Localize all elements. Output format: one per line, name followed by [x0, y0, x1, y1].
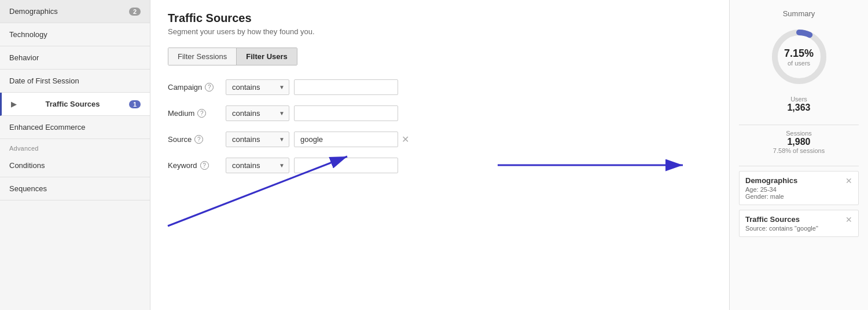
- summary-title: Summary: [739, 9, 859, 18]
- filter-sessions-button[interactable]: Filter Sessions: [168, 48, 237, 65]
- donut-center: 7.15% of users: [784, 48, 814, 67]
- keyword-select-wrapper: containsdoes not containstarts withends …: [226, 158, 289, 173]
- campaign-help-icon[interactable]: ?: [205, 83, 214, 92]
- sidebar-badge: 2: [129, 8, 141, 16]
- form-row-campaign: Campaign?containsdoes not containstarts …: [168, 79, 712, 95]
- keyword-help-icon[interactable]: ?: [200, 161, 209, 170]
- medium-label: Medium?: [168, 109, 226, 118]
- medium-input[interactable]: [294, 105, 398, 121]
- traffic-sources-card-content: Traffic SourcesSource: contains "google": [745, 215, 818, 232]
- sidebar-item-technology[interactable]: Technology: [0, 23, 150, 46]
- sidebar-item-enhanced-ecommerce[interactable]: Enhanced Ecommerce: [0, 116, 150, 139]
- divider-2: [739, 166, 859, 166]
- keyword-select[interactable]: containsdoes not containstarts withends …: [226, 158, 289, 173]
- source-input[interactable]: [294, 132, 398, 147]
- source-select-wrapper: containsdoes not containstarts withends …: [226, 132, 289, 147]
- sidebar-item-label: Behavior: [9, 53, 39, 62]
- campaign-input[interactable]: [294, 79, 398, 95]
- sidebar-item-label: Sequences: [9, 184, 47, 193]
- medium-label-text: Medium: [168, 109, 194, 118]
- sessions-sub: 7.58% of sessions: [739, 147, 859, 154]
- sessions-value: 1,980: [739, 137, 859, 147]
- sidebar-item-label: Date of First Session: [9, 76, 79, 85]
- traffic-sources-card-title: Traffic Sources: [745, 215, 818, 224]
- sidebar-item-label: Traffic Sources: [45, 100, 100, 108]
- demographics-card-title: Demographics: [745, 176, 797, 185]
- traffic-sources-card: Traffic SourcesSource: contains "google"…: [739, 210, 859, 237]
- form-row-keyword: Keyword?containsdoes not containstarts w…: [168, 158, 712, 173]
- sidebar-item-sequences[interactable]: Sequences: [0, 177, 150, 200]
- form-row-medium: Medium?containsdoes not containstarts wi…: [168, 105, 712, 121]
- sessions-label: Sessions: [739, 130, 859, 137]
- medium-select-wrapper: containsdoes not containstarts withends …: [226, 105, 289, 121]
- sidebar-item-traffic-sources[interactable]: ▶Traffic Sources1: [0, 93, 150, 116]
- page-title: Traffic Sources: [168, 12, 712, 25]
- sidebar-item-behavior[interactable]: Behavior: [0, 46, 150, 70]
- demographics-card-detail-1: Gender: male: [745, 193, 797, 200]
- traffic-sources-card-close-button[interactable]: ✕: [845, 215, 852, 224]
- sidebar: Demographics2TechnologyBehaviorDate of F…: [0, 0, 150, 310]
- sidebar-active-indicator: ▶: [11, 100, 16, 108]
- traffic-sources-card-detail-0: Source: contains "google": [745, 225, 818, 232]
- source-label-text: Source: [168, 135, 192, 144]
- summary-panel: Summary 7.15% of users Users 1,363 Sessi…: [729, 0, 868, 310]
- divider-1: [739, 125, 859, 125]
- page-subtitle: Segment your users by how they found you…: [168, 27, 712, 36]
- sidebar-item-label: Technology: [9, 30, 47, 39]
- sidebar-item-label: Conditions: [9, 161, 45, 170]
- campaign-label: Campaign?: [168, 83, 226, 92]
- keyword-label-text: Keyword: [168, 161, 197, 170]
- form-row-source: Source?containsdoes not containstarts wi…: [168, 132, 712, 147]
- users-label: Users: [739, 96, 859, 103]
- sidebar-advanced-label: Advanced: [0, 139, 150, 154]
- users-value: 1,363: [739, 103, 859, 113]
- form-fields: Campaign?containsdoes not containstarts …: [168, 79, 712, 173]
- sessions-stats: Sessions 1,980 7.58% of sessions: [739, 130, 859, 154]
- campaign-label-text: Campaign: [168, 83, 202, 92]
- sidebar-item-conditions[interactable]: Conditions: [0, 154, 150, 177]
- demographics-card-content: DemographicsAge: 25-34Gender: male: [745, 176, 797, 200]
- sidebar-badge: 1: [129, 100, 141, 108]
- sidebar-item-label: Demographics: [9, 7, 58, 16]
- keyword-label: Keyword?: [168, 161, 226, 170]
- source-label: Source?: [168, 135, 226, 144]
- main-content: Traffic Sources Segment your users by ho…: [150, 0, 729, 310]
- demographics-card: DemographicsAge: 25-34Gender: male✕: [739, 171, 859, 205]
- donut-percent: 7.15%: [784, 48, 814, 60]
- source-help-icon[interactable]: ?: [194, 135, 203, 144]
- users-stats: Users 1,363: [739, 96, 859, 113]
- sidebar-item-demographics[interactable]: Demographics2: [0, 0, 150, 23]
- filter-buttons-group: Filter SessionsFilter Users: [168, 48, 297, 65]
- donut-chart: 7.15% of users: [767, 25, 831, 89]
- campaign-select-wrapper: containsdoes not containstarts withends …: [226, 79, 289, 95]
- source-select[interactable]: containsdoes not containstarts withends …: [226, 132, 289, 147]
- medium-select[interactable]: containsdoes not containstarts withends …: [226, 105, 289, 121]
- demographics-card-detail-0: Age: 25-34: [745, 186, 797, 193]
- donut-chart-container: 7.15% of users: [739, 25, 859, 89]
- sidebar-item-date-of-first-session[interactable]: Date of First Session: [0, 70, 150, 93]
- summary-cards: DemographicsAge: 25-34Gender: male✕Traff…: [739, 171, 859, 242]
- medium-help-icon[interactable]: ?: [197, 109, 206, 118]
- source-clear-button[interactable]: ✕: [402, 134, 409, 145]
- demographics-card-close-button[interactable]: ✕: [845, 176, 852, 185]
- filter-users-button[interactable]: Filter Users: [237, 48, 297, 65]
- donut-label: of users: [784, 60, 814, 67]
- campaign-select[interactable]: containsdoes not containstarts withends …: [226, 79, 289, 95]
- sidebar-item-label: Enhanced Ecommerce: [9, 123, 86, 132]
- keyword-input[interactable]: [294, 158, 398, 173]
